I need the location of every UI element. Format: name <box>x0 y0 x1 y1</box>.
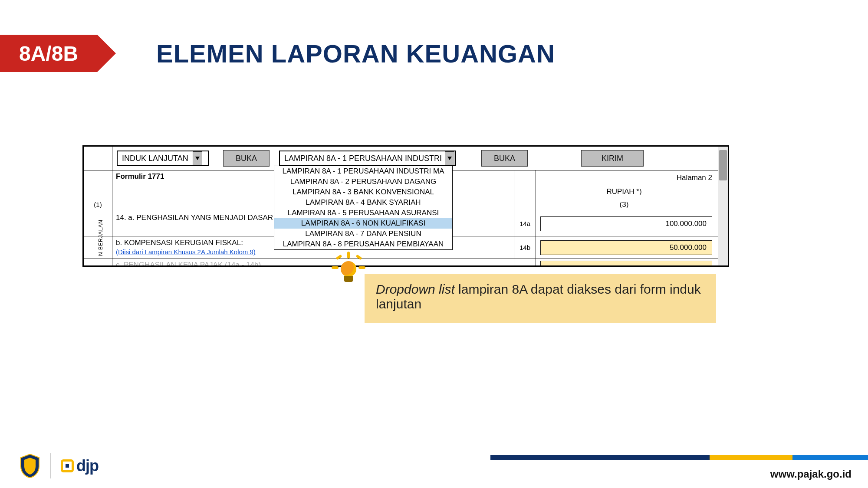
page-title: ELEMEN LAPORAN KEUANGAN <box>156 39 555 68</box>
kirim-button[interactable]: KIRIM <box>581 150 644 167</box>
currency-label: RUPIAH *) <box>536 185 718 198</box>
cell-blank <box>514 259 536 267</box>
combo-lampiran[interactable]: LAMPIRAN 8A - 1 PERUSAHAAN INDUSTRI <box>279 151 456 166</box>
buka-button[interactable]: BUKA <box>223 150 270 167</box>
scrollbar-thumb[interactable] <box>719 150 727 180</box>
callout-italic: Dropdown list <box>376 282 455 296</box>
buka-button-label: BUKA <box>236 154 257 163</box>
chevron-down-icon[interactable] <box>193 151 202 165</box>
dropdown-option[interactable]: LAMPIRAN 8A - 1 PERUSAHAAN INDUSTRI MA <box>274 166 452 177</box>
row-14b-hint-link[interactable]: (Diisi dari Lampiran Khusus 2A Jumlah Ko… <box>116 248 256 255</box>
col-1-header: (1) <box>84 198 112 211</box>
section-badge-text: 8A/8B <box>19 42 78 66</box>
table-row: c. PENGHASILAN KENA PAJAK (14a - 14b) <box>84 259 718 267</box>
row-14c-value-cell <box>536 259 718 267</box>
cell-blank <box>84 185 112 198</box>
kirim-button-label: KIRIM <box>602 154 623 163</box>
row-14c-label: c. PENGHASILAN KENA PAJAK (14a - 14b) <box>112 259 514 267</box>
combo-induk-text: INDUK LANJUTAN <box>118 154 193 163</box>
cell-blank <box>84 259 112 267</box>
row-14b-label: b. KOMPENSASI KERUGIAN FISKAL: <box>116 239 243 247</box>
lampiran-dropdown-list[interactable]: LAMPIRAN 8A - 1 PERUSAHAAN INDUSTRI MA L… <box>274 166 453 250</box>
row-14b-code: 14b <box>514 236 536 259</box>
dropdown-option[interactable]: LAMPIRAN 8A - 5 PERUSAHAAN ASURANSI <box>274 208 452 218</box>
row-14c-value[interactable] <box>540 261 712 267</box>
footer-accent-bar <box>490 455 868 460</box>
djp-logo: djp <box>61 457 99 475</box>
app-screenshot: INDUK LANJUTAN BUKA LAMPIRAN 8A - 1 PERU… <box>82 145 729 267</box>
section-badge: 8A/8B <box>0 35 97 72</box>
cell-blank <box>514 170 536 185</box>
row-14a-code: 14a <box>514 211 536 236</box>
dropdown-option[interactable]: LAMPIRAN 8A - 8 PERUSAHAAN PEMBIAYAAN <box>274 239 452 249</box>
dropdown-option[interactable]: LAMPIRAN 8A - 2 PERUSAHAAN DAGANG <box>274 177 452 187</box>
djp-mark-icon <box>61 459 74 472</box>
djp-text: djp <box>76 457 99 475</box>
buka-button-2-label: BUKA <box>494 154 515 163</box>
cell-blank <box>84 211 112 236</box>
logo-divider <box>50 453 51 478</box>
kemenkeu-shield-icon <box>19 453 41 478</box>
row-gutter <box>84 147 112 170</box>
row-14a-value-cell: 100.000.000 <box>536 211 718 236</box>
dropdown-option[interactable]: LAMPIRAN 8A - 7 DANA PENSIUN <box>274 229 452 239</box>
scrollbar-track[interactable] <box>718 147 728 265</box>
combo-induk-lanjutan[interactable]: INDUK LANJUTAN <box>117 151 209 166</box>
dropdown-option-selected[interactable]: LAMPIRAN 8A - 6 NON KUALIFIKASI <box>274 218 452 229</box>
cell-blank <box>514 185 536 198</box>
cell-blank <box>84 236 112 259</box>
dropdown-option[interactable]: LAMPIRAN 8A - 4 BANK SYARIAH <box>274 197 452 208</box>
page-number-label: Halaman 2 <box>536 170 718 185</box>
row-14a-value[interactable]: 100.000.000 <box>540 216 712 231</box>
row-14b-value[interactable]: 50.000.000 <box>540 240 712 255</box>
col-3-header: (3) <box>536 198 718 211</box>
dropdown-option[interactable]: LAMPIRAN 8A - 3 BANK KONVENSIONAL <box>274 187 452 197</box>
chevron-down-icon[interactable] <box>445 151 454 165</box>
footer-url: www.pajak.go.id <box>770 468 852 480</box>
cell-blank <box>514 198 536 211</box>
callout-note: Dropdown list lampiran 8A dapat diakses … <box>365 274 716 323</box>
combo-lampiran-text: LAMPIRAN 8A - 1 PERUSAHAAN INDUSTRI <box>280 154 445 163</box>
buka-button-2[interactable]: BUKA <box>481 150 528 167</box>
row-14b-value-cell: 50.000.000 <box>536 236 718 259</box>
footer-logos: djp <box>19 453 99 478</box>
cell-blank <box>84 170 112 185</box>
lightbulb-icon <box>333 252 364 291</box>
